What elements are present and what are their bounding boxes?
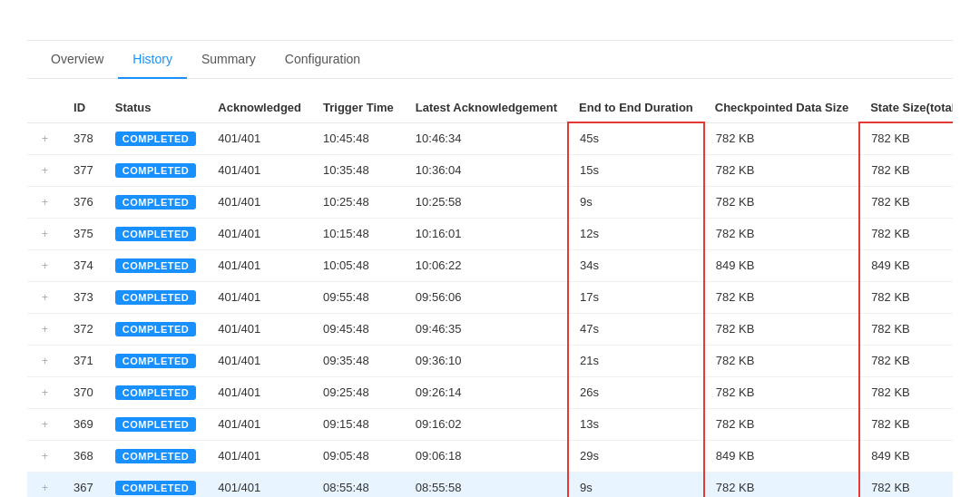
expand-cell[interactable]: +: [27, 472, 63, 497]
table-row: + 378 COMPLETED 401/401 10:45:48 10:46:3…: [27, 122, 953, 154]
expand-cell[interactable]: +: [27, 122, 63, 154]
status-badge: COMPLETED: [115, 322, 197, 336]
cell-acknowledged: 401/401: [207, 154, 312, 186]
cell-checkpointed: 849 KB: [704, 249, 859, 281]
cell-checkpointed: 782 KB: [704, 154, 859, 186]
cell-e2e-duration: 15s: [568, 154, 704, 186]
expand-icon[interactable]: +: [38, 353, 52, 369]
tab-history[interactable]: History: [118, 41, 187, 79]
tab-overview[interactable]: Overview: [36, 41, 118, 79]
col-id: ID: [63, 93, 104, 122]
cell-status: COMPLETED: [104, 249, 208, 281]
status-badge: COMPLETED: [115, 163, 197, 178]
expand-icon[interactable]: +: [38, 162, 52, 179]
table-header-row: ID Status Acknowledged Trigger Time Late…: [27, 93, 953, 122]
status-badge: COMPLETED: [115, 227, 197, 241]
expand-icon[interactable]: +: [38, 194, 52, 210]
expand-cell[interactable]: +: [27, 218, 63, 249]
expand-cell[interactable]: +: [27, 186, 63, 218]
cell-trigger-time: 09:15:48: [312, 408, 405, 440]
cell-id: 373: [63, 281, 104, 313]
table-row: + 377 COMPLETED 401/401 10:35:48 10:36:0…: [27, 154, 953, 186]
expand-icon[interactable]: +: [38, 480, 52, 496]
cell-acknowledged: 401/401: [207, 249, 312, 281]
tab-configuration[interactable]: Configuration: [270, 41, 375, 79]
cell-status: COMPLETED: [104, 345, 208, 376]
cell-checkpointed: 782 KB: [704, 281, 859, 313]
cell-checkpointed: 782 KB: [704, 186, 859, 218]
table-row: + 370 COMPLETED 401/401 09:25:48 09:26:1…: [27, 376, 953, 408]
cell-e2e-duration: 47s: [568, 313, 704, 345]
expand-icon[interactable]: +: [38, 226, 52, 242]
table-row: + 369 COMPLETED 401/401 09:15:48 09:16:0…: [27, 408, 953, 440]
cell-state-size: 849 KB: [859, 440, 953, 472]
cell-state-size: 782 KB: [859, 122, 953, 154]
expand-icon[interactable]: +: [38, 289, 52, 306]
table-row: + 371 COMPLETED 401/401 09:35:48 09:36:1…: [27, 345, 953, 376]
table-row: + 376 COMPLETED 401/401 10:25:48 10:25:5…: [27, 186, 953, 218]
expand-cell[interactable]: +: [27, 249, 63, 281]
tab-summary[interactable]: Summary: [187, 41, 270, 79]
cell-latest-ack: 09:26:14: [405, 376, 568, 408]
cell-latest-ack: 09:06:18: [405, 440, 568, 472]
cell-trigger-time: 10:45:48: [312, 122, 405, 154]
cell-latest-ack: 09:16:02: [405, 408, 568, 440]
status-badge: COMPLETED: [115, 290, 197, 305]
cell-trigger-time: 10:05:48: [312, 249, 405, 281]
cell-acknowledged: 401/401: [207, 472, 312, 497]
cell-trigger-time: 08:55:48: [312, 472, 405, 497]
expand-icon[interactable]: +: [38, 448, 52, 464]
cell-acknowledged: 401/401: [207, 440, 312, 472]
cell-checkpointed: 782 KB: [704, 122, 859, 154]
expand-icon[interactable]: +: [38, 131, 52, 147]
expand-cell[interactable]: +: [27, 154, 63, 186]
cell-acknowledged: 401/401: [207, 408, 312, 440]
expand-icon[interactable]: +: [38, 416, 52, 433]
expand-icon[interactable]: +: [38, 321, 52, 337]
cell-state-size: 782 KB: [859, 376, 953, 408]
cell-acknowledged: 401/401: [207, 186, 312, 218]
col-state-size: State Size(total): [859, 93, 953, 122]
cell-id: 371: [63, 345, 104, 376]
cell-latest-ack: 09:36:10: [405, 345, 568, 376]
col-latest-ack: Latest Acknowledgement: [405, 93, 568, 122]
cell-latest-ack: 09:46:35: [405, 313, 568, 345]
cell-id: 378: [63, 122, 104, 154]
cell-id: 368: [63, 440, 104, 472]
cell-state-size: 782 KB: [859, 313, 953, 345]
expand-cell[interactable]: +: [27, 345, 63, 376]
col-expand: [27, 93, 63, 122]
cell-e2e-duration: 29s: [568, 440, 704, 472]
cell-state-size: 849 KB: [859, 249, 953, 281]
expand-cell[interactable]: +: [27, 408, 63, 440]
table-row: + 368 COMPLETED 401/401 09:05:48 09:06:1…: [27, 440, 953, 472]
expand-cell[interactable]: +: [27, 281, 63, 313]
expand-cell[interactable]: +: [27, 376, 63, 408]
status-badge: COMPLETED: [115, 481, 197, 495]
status-badge: COMPLETED: [115, 354, 197, 368]
cell-state-size: 782 KB: [859, 281, 953, 313]
cell-status: COMPLETED: [104, 154, 208, 186]
cell-trigger-time: 09:25:48: [312, 376, 405, 408]
cell-trigger-time: 09:35:48: [312, 345, 405, 376]
cell-state-size: 782 KB: [859, 408, 953, 440]
expand-icon[interactable]: +: [38, 258, 52, 274]
col-e2e-duration: End to End Duration: [568, 93, 704, 122]
expand-cell[interactable]: +: [27, 440, 63, 472]
cell-e2e-duration: 12s: [568, 218, 704, 249]
table-row: + 373 COMPLETED 401/401 09:55:48 09:56:0…: [27, 281, 953, 313]
cell-checkpointed: 782 KB: [704, 376, 859, 408]
cell-id: 367: [63, 472, 104, 497]
cell-acknowledged: 401/401: [207, 376, 312, 408]
cell-trigger-time: 09:45:48: [312, 313, 405, 345]
cell-trigger-time: 10:15:48: [312, 218, 405, 249]
cell-state-size: 782 KB: [859, 218, 953, 249]
expand-cell[interactable]: +: [27, 313, 63, 345]
cell-trigger-time: 10:25:48: [312, 186, 405, 218]
cell-trigger-time: 10:35:48: [312, 154, 405, 186]
cell-id: 370: [63, 376, 104, 408]
cell-status: COMPLETED: [104, 440, 208, 472]
expand-icon[interactable]: +: [38, 385, 52, 401]
cell-id: 374: [63, 249, 104, 281]
cell-trigger-time: 09:05:48: [312, 440, 405, 472]
